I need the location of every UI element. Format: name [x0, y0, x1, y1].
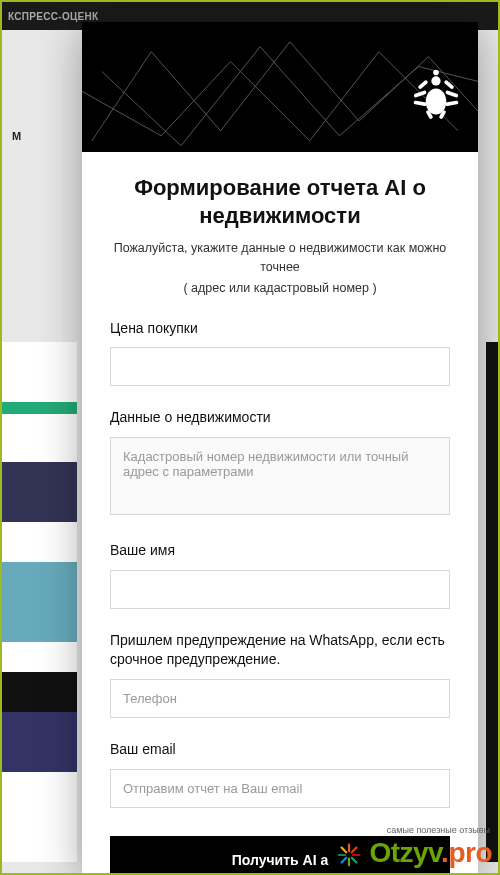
field-property: Данные о недвижимости: [110, 408, 450, 519]
property-textarea[interactable]: [110, 437, 450, 515]
modal-header: [82, 22, 478, 152]
field-name: Ваше имя: [110, 541, 450, 609]
modal-title: Формирование отчета AI о недвижимости: [110, 174, 450, 229]
field-whatsapp: Пришлем предупреждение на WhatsApp, если…: [110, 631, 450, 718]
svg-rect-8: [444, 80, 455, 90]
field-price: Цена покупки: [110, 319, 450, 387]
modal-subtitle-2: ( адрес или кадастровый номер ): [110, 281, 450, 295]
price-input[interactable]: [110, 347, 450, 386]
submit-button[interactable]: Получить AI a: [110, 836, 450, 873]
backdrop-mock-left: [2, 342, 77, 862]
svg-point-2: [433, 70, 439, 76]
whatsapp-label: Пришлем предупреждение на WhatsApp, если…: [110, 631, 450, 669]
modal-subtitle: Пожалуйста, укажите данные о недвижимост…: [110, 239, 450, 277]
svg-rect-3: [413, 90, 427, 98]
property-label: Данные о недвижимости: [110, 408, 450, 427]
brand-logo-icon: [408, 66, 464, 122]
email-label: Ваш email: [110, 740, 450, 759]
email-input[interactable]: [110, 769, 450, 808]
phone-input[interactable]: [110, 679, 450, 718]
svg-rect-4: [445, 90, 459, 98]
name-input[interactable]: [110, 570, 450, 609]
field-email: Ваш email: [110, 740, 450, 808]
ai-report-modal: Формирование отчета AI о недвижимости По…: [82, 22, 478, 873]
modal-body: Формирование отчета AI о недвижимости По…: [82, 152, 478, 873]
svg-point-1: [431, 76, 440, 85]
svg-rect-6: [445, 100, 459, 106]
name-label: Ваше имя: [110, 541, 450, 560]
backdrop-mock-right: [486, 342, 498, 862]
svg-rect-7: [417, 80, 428, 90]
svg-rect-5: [413, 100, 427, 106]
price-label: Цена покупки: [110, 319, 450, 338]
